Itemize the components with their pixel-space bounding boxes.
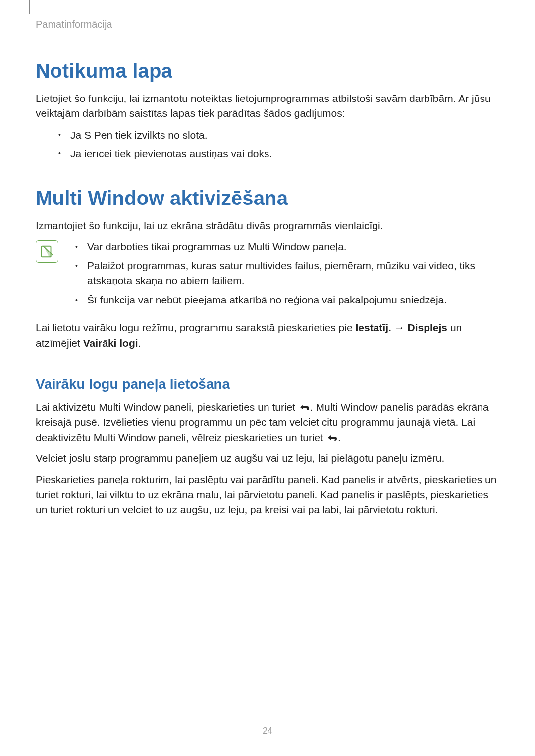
list-item: Var darboties tikai programmas uz Multi … <box>72 239 499 254</box>
note-icon <box>36 240 58 263</box>
note-block: Var darboties tikai programmas uz Multi … <box>36 239 499 311</box>
text-fragment: Lai lietotu vairāku logu režīmu, program… <box>36 322 355 333</box>
back-icon <box>326 432 338 443</box>
section2-intro: Izmantojiet šo funkciju, lai uz ekrāna s… <box>36 218 499 233</box>
text-fragment: . <box>338 432 341 443</box>
list-item: Palaižot programmas, kuras satur multivi… <box>72 258 499 289</box>
heading-notikuma-lapa: Notikuma lapa <box>36 60 499 82</box>
heading-multi-window: Multi Window aktivizēšana <box>36 187 499 209</box>
section3-p3: Pieskarieties paneļa rokturim, lai paslē… <box>36 472 499 517</box>
bold-displejs: Displejs <box>408 322 448 333</box>
list-item: Ja ierīcei tiek pievienotas austiņas vai… <box>55 146 499 162</box>
text-fragment: . <box>138 337 141 349</box>
section3-p1: Lai aktivizētu Multi Window paneli, pies… <box>36 400 499 445</box>
list-item: Šī funkcija var nebūt pieejama atkarībā … <box>72 293 499 307</box>
bold-vairaki-logi: Vairāki logi <box>83 337 138 349</box>
running-header: Pamatinformācija <box>36 19 499 30</box>
list-item: Ja S Pen tiek izvilkts no slota. <box>55 127 499 144</box>
section1-bullet-list: Ja S Pen tiek izvilkts no slota. Ja ierī… <box>55 127 499 162</box>
back-icon <box>298 402 310 413</box>
page-number: 24 <box>0 726 535 736</box>
section2-enable-text: Lai lietotu vairāku logu režīmu, program… <box>36 320 499 351</box>
section1-intro: Lietojiet šo funkciju, lai izmantotu not… <box>36 91 499 121</box>
note-list: Var darboties tikai programmas uz Multi … <box>72 239 499 311</box>
arrow-glyph: → <box>391 322 408 333</box>
text-fragment: Lai aktivizētu Multi Window paneli, pies… <box>36 402 298 413</box>
bold-iestatij: Iestatīj. <box>355 322 391 333</box>
section3-p2: Velciet joslu starp programmu paneļiem u… <box>36 451 499 466</box>
heading-vairaku-logu-panela: Vairāku logu paneļa lietošana <box>36 376 499 392</box>
